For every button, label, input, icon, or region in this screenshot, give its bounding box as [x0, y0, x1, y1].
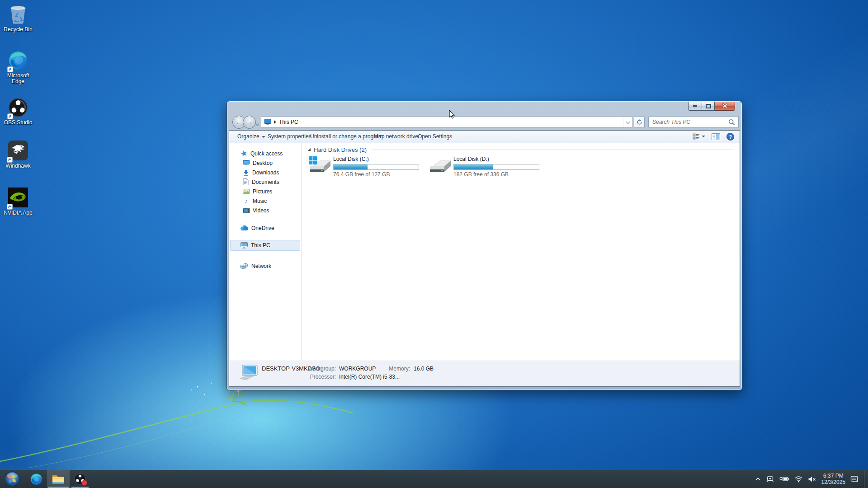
- windows-start-icon: [5, 471, 20, 487]
- processor-value: Intel(R) Core(TM) i5-83...: [339, 374, 400, 380]
- address-dropdown-button[interactable]: [623, 117, 632, 127]
- breadcrumb-arrow-icon: [274, 120, 276, 124]
- sidebar-item-pictures[interactable]: Pictures: [229, 187, 301, 196]
- map-network-drive-button[interactable]: Map network drive: [374, 131, 418, 142]
- sidebar-item-this-pc[interactable]: This PC: [230, 240, 300, 251]
- taskbar: 6:37 PM 12/3/2025: [0, 470, 868, 488]
- start-button[interactable]: [2, 470, 23, 488]
- monitor-icon: [243, 160, 250, 166]
- help-icon[interactable]: ?: [726, 133, 734, 141]
- organize-button[interactable]: Organize: [237, 131, 265, 142]
- refresh-button[interactable]: [634, 117, 645, 127]
- recycle-bin-icon: [8, 3, 28, 24]
- star-icon: [241, 150, 247, 157]
- windows-logo-icon: [309, 156, 317, 164]
- hard-drive-icon: [428, 155, 451, 176]
- drive-free-space: 76.4 GB free of 127 GB: [333, 171, 419, 178]
- sidebar-item-onedrive[interactable]: OneDrive: [229, 223, 301, 233]
- desktop-icon-microsoft-edge[interactable]: Microsoft Edge: [1, 51, 35, 84]
- preview-pane-icon[interactable]: [712, 133, 720, 140]
- desktop-icon-obs-studio[interactable]: OBS Studio: [1, 98, 35, 126]
- history-dropdown-button[interactable]: [256, 120, 259, 123]
- svg-text:?: ?: [729, 134, 732, 139]
- navigation-bar: ← → This PC: [227, 114, 742, 130]
- drive-name: Local Disk (D:): [453, 156, 539, 163]
- taskbar-file-explorer-button[interactable]: [47, 470, 70, 488]
- collapse-group-icon[interactable]: [308, 148, 311, 151]
- desktop-icon-label: OBS Studio: [1, 120, 35, 126]
- drive-name: Local Disk (C:): [333, 156, 419, 163]
- maximize-button[interactable]: [702, 102, 715, 111]
- views-icon: [693, 133, 700, 140]
- wallpaper-vine: [0, 380, 353, 479]
- volume-muted-icon[interactable]: [808, 476, 816, 483]
- document-icon: [243, 178, 249, 185]
- desktop-icon-label: Windhawk: [1, 163, 35, 169]
- clock-time: 6:37 PM: [821, 473, 845, 479]
- film-icon: [243, 208, 250, 213]
- drive-item-c[interactable]: Local Disk (C:) 76.4 GB free of 127 GB: [308, 155, 428, 178]
- show-desktop-button[interactable]: [864, 470, 867, 488]
- workgroup-label: Workgroup:: [302, 366, 336, 372]
- capacity-bar-fill: [454, 164, 493, 169]
- window-client-area: Organize System properties Uninstall or …: [229, 130, 740, 387]
- tray-overflow-chevron-icon[interactable]: [755, 477, 761, 481]
- processor-label: Processor:: [302, 374, 336, 380]
- shortcut-arrow-icon: [7, 204, 13, 210]
- tray-camera-icon[interactable]: [766, 475, 774, 483]
- uninstall-program-button[interactable]: Uninstall or change a program: [310, 131, 383, 142]
- change-view-button[interactable]: [693, 133, 705, 140]
- computer-icon: [241, 242, 248, 249]
- picture-icon: [243, 189, 250, 194]
- sidebar-item-network[interactable]: Network: [229, 261, 301, 271]
- forward-button[interactable]: →: [243, 116, 256, 129]
- desktop-icon-windhawk[interactable]: Windhawk: [1, 140, 35, 169]
- hard-drive-icon: [308, 155, 330, 176]
- desktop-icon-recycle-bin[interactable]: Recycle Bin: [1, 3, 35, 33]
- sidebar-item-downloads[interactable]: Downloads: [229, 168, 301, 177]
- window-titlebar[interactable]: [227, 101, 742, 114]
- breadcrumb-location[interactable]: This PC: [279, 119, 298, 125]
- close-button[interactable]: [715, 102, 735, 111]
- group-header[interactable]: Hard Disk Drives (2): [308, 146, 734, 153]
- minimize-button[interactable]: [688, 102, 702, 111]
- search-input[interactable]: [649, 119, 728, 125]
- cloud-icon: [241, 225, 248, 231]
- open-settings-button[interactable]: Open Settings: [418, 131, 452, 142]
- details-pane: DESKTOP-V3MKDSO Workgroup: WORKGROUP Mem…: [229, 361, 740, 386]
- search-box[interactable]: [648, 117, 739, 127]
- recording-badge: [81, 480, 87, 486]
- file-explorer-icon: [52, 474, 65, 484]
- memory-label: Memory:: [383, 366, 410, 372]
- close-icon: [722, 103, 727, 108]
- drive-item-d[interactable]: Local Disk (D:) 182 GB free of 336 GB: [428, 155, 548, 178]
- battery-icon[interactable]: [779, 476, 789, 482]
- search-icon[interactable]: [728, 119, 735, 126]
- sidebar-item-documents[interactable]: Documents: [229, 177, 301, 187]
- desktop: Recycle Bin Microsoft Edge: [0, 0, 868, 488]
- navigation-pane: Quick access Desktop Downloads Documents: [229, 143, 302, 361]
- wifi-icon[interactable]: [794, 476, 803, 483]
- sidebar-item-desktop[interactable]: Desktop: [229, 158, 301, 168]
- taskbar-clock[interactable]: 6:37 PM 12/3/2025: [821, 473, 845, 485]
- action-center-icon[interactable]: [850, 475, 859, 483]
- desktop-icon-nvidia-app[interactable]: NVIDIA App: [1, 187, 35, 216]
- taskbar-obs-button[interactable]: [71, 470, 90, 488]
- capacity-bar: [333, 164, 419, 170]
- chevron-down-icon: [702, 136, 705, 137]
- group-header-label: Hard Disk Drives (2): [314, 146, 367, 153]
- sidebar-item-videos[interactable]: Videos: [229, 206, 301, 215]
- taskbar-edge-button[interactable]: [26, 470, 46, 488]
- this-pc-icon: [264, 119, 271, 125]
- sidebar-item-quick-access[interactable]: Quick access: [229, 149, 301, 158]
- capacity-bar: [453, 164, 539, 170]
- system-tray: 6:37 PM 12/3/2025: [755, 470, 868, 488]
- download-arrow-icon: [243, 169, 249, 176]
- shortcut-arrow-icon: [7, 157, 13, 163]
- minimize-icon: [693, 105, 697, 107]
- group-header-rule: [372, 150, 734, 150]
- music-note-icon: ♪: [243, 198, 250, 204]
- address-bar[interactable]: This PC: [261, 117, 633, 127]
- sidebar-item-music[interactable]: ♪ Music: [229, 196, 301, 206]
- system-properties-button[interactable]: System properties: [268, 131, 311, 142]
